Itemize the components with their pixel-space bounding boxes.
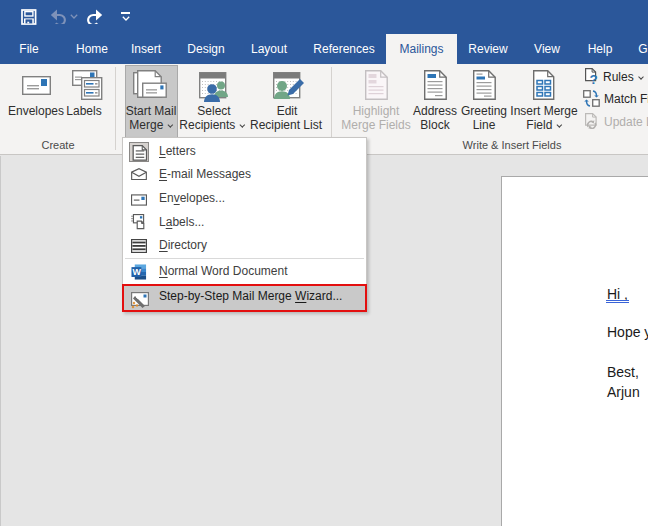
svg-text:?: ? [590, 72, 598, 85]
svg-text:W: W [133, 268, 142, 278]
